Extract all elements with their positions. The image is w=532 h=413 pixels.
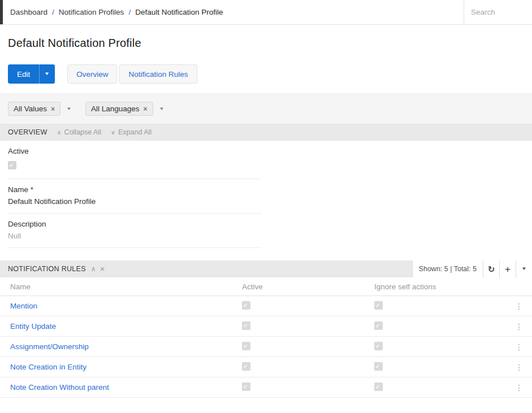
caret-down-icon: ▼ <box>521 267 527 271</box>
panel-menu-button[interactable]: ▼ <box>516 260 532 277</box>
ignore-self-actions-checkbox-checked: ✔ <box>374 362 383 371</box>
values-filter: All Values × ▼ <box>8 102 71 116</box>
rule-link[interactable]: Assignment/Ownership <box>10 342 89 351</box>
notification-rules-table: Name Active Ignore self actions Mention … <box>0 277 532 398</box>
rule-link[interactable]: Note Creation Without parent <box>10 383 109 392</box>
kebab-icon: ⋮ <box>515 322 523 331</box>
row-actions-menu-button[interactable]: ⋮ <box>512 320 526 333</box>
notification-rules-panel: NOTIFICATION RULES ∧ × Shown: 5 | Total:… <box>0 260 532 398</box>
check-icon: ✔ <box>375 342 380 350</box>
active-checkbox-checked: ✔ <box>242 301 250 310</box>
active-checkbox-checked: ✔ <box>8 161 16 169</box>
active-checkbox-checked: ✔ <box>242 362 250 371</box>
field-name-value: Default Notification Profile <box>8 197 262 206</box>
edit-button[interactable]: Edit <box>8 64 39 84</box>
overview-panel-header: OVERVIEW ∧ Collapse All ∨ Expand All <box>0 124 532 141</box>
rule-link[interactable]: Entity Update <box>10 322 56 331</box>
global-search <box>464 0 532 24</box>
remove-tag-icon[interactable]: × <box>51 106 55 112</box>
field-active-label: Active <box>8 147 262 155</box>
search-input[interactable] <box>464 0 532 24</box>
action-button-row: Edit ▼ Overview Notification Rules <box>8 64 524 84</box>
breadcrumb-separator: / <box>52 8 54 16</box>
collapse-all-link[interactable]: ∧ Collapse All <box>57 128 101 136</box>
caret-down-icon: ▼ <box>44 72 50 76</box>
ignore-self-actions-checkbox-checked: ✔ <box>374 382 383 391</box>
top-navbar: Dashboard / Notification Profiles / Defa… <box>0 0 532 25</box>
row-actions-menu-button[interactable]: ⋮ <box>512 381 526 394</box>
field-active: Active ✔ <box>8 141 262 179</box>
expand-all-link[interactable]: ∨ Expand All <box>111 128 152 136</box>
check-icon: ✔ <box>243 342 248 350</box>
kebab-icon: ⋮ <box>515 383 523 392</box>
table-row: Note Creation in Entity ✔ ✔ ⋮ <box>0 357 532 377</box>
add-rule-button[interactable]: + <box>499 260 516 277</box>
chevron-up-icon: ∧ <box>57 129 62 136</box>
collapse-panel-icon[interactable]: ∧ <box>91 266 96 272</box>
page-title: Default Notification Profile <box>8 37 524 50</box>
notification-rules-tab-button[interactable]: Notification Rules <box>119 64 197 84</box>
breadcrumb-separator: / <box>128 8 131 16</box>
active-checkbox-checked: ✔ <box>242 382 250 391</box>
breadcrumb: Dashboard / Notification Profiles / Defa… <box>3 0 464 24</box>
notification-rules-header-actions: Shown: 5 | Total: 5 ↻ + ▼ <box>412 260 532 277</box>
column-header-ignore-self-actions: Ignore self actions <box>364 282 506 291</box>
column-header-name: Name <box>0 282 232 291</box>
remove-tag-icon[interactable]: × <box>144 106 148 112</box>
close-panel-icon[interactable]: × <box>100 264 105 273</box>
collapse-all-label: Collapse All <box>64 128 101 136</box>
languages-filter-tag[interactable]: All Languages × <box>85 102 153 116</box>
check-icon: ✔ <box>375 302 380 309</box>
check-icon: ✔ <box>243 363 248 370</box>
overview-panel-title: OVERVIEW <box>8 128 47 136</box>
rule-link[interactable]: Mention <box>10 302 37 310</box>
refresh-button[interactable]: ↻ <box>483 260 499 277</box>
table-row: Mention ✔ ✔ ⋮ <box>0 296 532 316</box>
filter-strip: All Values × ▼ All Languages × ▼ <box>0 93 532 124</box>
refresh-icon: ↻ <box>488 265 495 273</box>
notification-rules-panel-title: NOTIFICATION RULES <box>8 265 86 273</box>
field-name-label: Name * <box>8 185 262 194</box>
caret-down-icon[interactable]: ▼ <box>158 107 164 111</box>
notification-rules-header-left: NOTIFICATION RULES ∧ × <box>8 265 105 273</box>
column-header-active: Active <box>232 282 364 291</box>
caret-down-icon[interactable]: ▼ <box>66 107 72 111</box>
check-icon: ✔ <box>243 383 248 390</box>
active-checkbox-checked: ✔ <box>242 342 250 350</box>
breadcrumb-current: Default Notification Profile <box>135 8 223 16</box>
plus-icon: + <box>505 264 511 274</box>
field-description-value: Null <box>8 232 262 240</box>
row-actions-menu-button[interactable]: ⋮ <box>512 361 526 373</box>
table-header-row: Name Active Ignore self actions <box>0 277 532 296</box>
rule-link[interactable]: Note Creation in Entity <box>10 363 86 371</box>
values-filter-tag[interactable]: All Values × <box>8 102 60 116</box>
table-row: Entity Update ✔ ✔ ⋮ <box>0 316 532 337</box>
overview-tab-button[interactable]: Overview <box>67 64 117 84</box>
values-filter-label: All Values <box>14 105 47 113</box>
field-description-label: Description <box>8 220 262 228</box>
expand-all-label: Expand All <box>118 128 152 136</box>
languages-filter-label: All Languages <box>91 105 140 113</box>
check-icon: ✔ <box>375 383 380 390</box>
edit-dropdown-button[interactable]: ▼ <box>39 64 55 84</box>
languages-filter: All Languages × ▼ <box>85 102 164 116</box>
field-name: Name * Default Notification Profile <box>8 179 262 214</box>
ignore-self-actions-checkbox-checked: ✔ <box>374 321 383 330</box>
shown-total-counter: Shown: 5 | Total: 5 <box>413 260 483 277</box>
active-checkbox-checked: ✔ <box>242 321 250 330</box>
table-row: Note Creation Without parent ✔ ✔ ⋮ <box>0 377 532 398</box>
ignore-self-actions-checkbox-checked: ✔ <box>374 301 383 310</box>
breadcrumb-dashboard[interactable]: Dashboard <box>10 8 47 16</box>
notification-rules-panel-header: NOTIFICATION RULES ∧ × Shown: 5 | Total:… <box>0 260 532 277</box>
check-icon: ✔ <box>375 363 380 370</box>
overview-panel: OVERVIEW ∧ Collapse All ∨ Expand All Act… <box>0 124 532 260</box>
kebab-icon: ⋮ <box>515 342 523 351</box>
edit-split-button: Edit ▼ <box>8 64 55 84</box>
row-actions-menu-button[interactable]: ⋮ <box>512 341 526 353</box>
breadcrumb-notification-profiles[interactable]: Notification Profiles <box>59 8 124 16</box>
check-icon: ✔ <box>9 162 14 169</box>
ignore-self-actions-checkbox-checked: ✔ <box>374 342 383 350</box>
table-row: Assignment/Ownership ✔ ✔ ⋮ <box>0 337 532 357</box>
row-actions-menu-button[interactable]: ⋮ <box>512 300 526 312</box>
overview-panel-body: Active ✔ Name * Default Notification Pro… <box>0 141 532 260</box>
